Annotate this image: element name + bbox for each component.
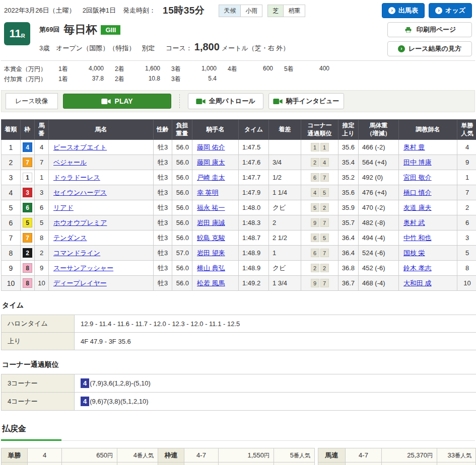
sex-age: 牡3 xyxy=(154,140,172,155)
horse-link[interactable]: セイウンハーデス xyxy=(53,189,107,196)
results-table: 着順 枠 馬 番 馬名 性齢 負担 重量 騎手名 タイム 着差 コーナー 通過順… xyxy=(1,119,476,291)
horse-link[interactable]: テンダンス xyxy=(53,234,87,242)
finish-position: 5 xyxy=(2,200,21,215)
corner-position: 5 xyxy=(320,188,329,197)
trainer-link[interactable]: 鈴木 孝志 xyxy=(403,264,432,272)
trainer-link[interactable]: 奥村 武 xyxy=(403,219,425,226)
guide-button-label: レース結果の見方 xyxy=(409,44,461,53)
payout-tables: 単勝 4 650円 4番人気 枠連 4-7 1,550円 5番人気 複勝 4 1… xyxy=(1,448,475,465)
jockey-link[interactable]: 松若 風馬 xyxy=(197,279,225,287)
top-bar: 2022年3月26日（土曜） 2回阪神1日 発走時刻： 15時35分 天候 小雨… xyxy=(1,0,475,19)
entries-button[interactable]: › 出馬表 xyxy=(382,3,425,18)
time-table: ハロンタイム 12.9 - 11.4 - 11.6 - 11.7 - 12.0 … xyxy=(1,315,476,350)
finish-time: 1:48.0 xyxy=(239,200,269,215)
jockey-cell: 鮫島 克駿 xyxy=(192,230,239,246)
agari-times: 4F 47.9 - 3F 35.6 xyxy=(75,333,476,350)
horse-link[interactable]: ピースオブエイト xyxy=(53,143,107,151)
jockey-cell: 岩田 康誠 xyxy=(192,215,239,230)
bet-type-label: 馬連 xyxy=(318,448,346,462)
jockey-interview-button[interactable]: 騎手インタビュー xyxy=(268,93,344,109)
last-3f: 36.8 xyxy=(338,261,359,276)
jockey-link[interactable]: 鮫島 克駿 xyxy=(197,234,225,242)
trainer-cell: 大和田 成 xyxy=(399,276,457,291)
trainer-link[interactable]: 宮田 敬介 xyxy=(403,174,432,181)
horse-link[interactable]: スーサンアッシャー xyxy=(53,264,113,272)
trainer-link[interactable]: 友道 康夫 xyxy=(403,204,432,211)
page: 2022年3月26日（土曜） 2回阪神1日 発走時刻： 15時35分 天候 小雨… xyxy=(0,0,476,465)
trainer-link[interactable]: 橋口 慎介 xyxy=(403,189,432,196)
body-weight: 482 (-8) xyxy=(359,215,399,230)
body-weight: 452 (-6) xyxy=(359,261,399,276)
jockey-link[interactable]: 横山 典弘 xyxy=(197,264,225,272)
corner4-label: 4コーナー xyxy=(2,393,75,411)
trainer-link[interactable]: 大和田 成 xyxy=(403,279,432,287)
jockey-cell: 岩田 望来 xyxy=(192,246,239,261)
corner-leader-badge: 4 xyxy=(81,397,89,406)
jockey-link[interactable]: 岩田 康誠 xyxy=(197,219,225,226)
going-value: 稍重 xyxy=(284,5,305,17)
jockey-cell: 横山 典弘 xyxy=(192,261,239,276)
frame-badge: 2 xyxy=(23,248,32,258)
frame-cell: 4 xyxy=(21,140,35,155)
race-title-line: 第69回 毎日杯 GIII xyxy=(39,22,289,37)
prize-rank: 4着 xyxy=(228,65,245,73)
trainer-link[interactable]: 中竹 和也 xyxy=(403,234,432,242)
jockey-link[interactable]: 戸崎 圭太 xyxy=(197,174,225,181)
results-guide-button[interactable]: › レース結果の見方 xyxy=(387,41,472,56)
main-prize-row: 本賞金（万円） 1着4,000 2着1,600 3着1,000 4着600 5着… xyxy=(4,65,472,73)
margin: 1/2 xyxy=(269,170,301,185)
sex-age: 牡3 xyxy=(154,261,172,276)
last-3f: 35.2 xyxy=(338,170,359,185)
trainer-link[interactable]: 奥村 豊 xyxy=(403,143,425,151)
odds-button[interactable]: › オッズ xyxy=(429,3,472,18)
horse-number: 4 xyxy=(35,140,49,155)
margin: 1 3/4 xyxy=(269,276,301,291)
jockey-link[interactable]: 藤岡 佑介 xyxy=(197,143,225,151)
jockey-link[interactable]: 岩田 望来 xyxy=(197,249,225,257)
horse-name-cell: スーサンアッシャー xyxy=(49,261,154,276)
body-weight: 470 (-2) xyxy=(359,200,399,215)
horse-link[interactable]: ディープレイヤー xyxy=(53,279,107,287)
finish-position: 7 xyxy=(2,230,21,246)
body-weight: 476 (+4) xyxy=(359,185,399,200)
trainer-link[interactable]: 田中 博康 xyxy=(403,159,432,166)
carried-weight: 56.0 xyxy=(172,170,192,185)
play-video-button[interactable]: PLAY xyxy=(63,94,171,109)
horse-name-cell: ホウオウプレミア xyxy=(49,215,154,230)
result-row: 566リアド牡356.0福永 祐一1:48.0クビ5235.9470 (-2)友… xyxy=(2,200,476,215)
patrol-video-button[interactable]: 全周パトロール xyxy=(188,93,263,109)
horse-link[interactable]: ベジャール xyxy=(53,159,87,166)
horse-link[interactable]: コマンドライン xyxy=(53,249,100,257)
prize-value: 1,600 xyxy=(132,65,160,73)
prize-rank: 5着 xyxy=(284,65,301,73)
horse-link[interactable]: リアド xyxy=(53,204,74,211)
print-page-button[interactable]: 印刷用ページ xyxy=(387,22,472,37)
payout-amount: 1,550円 xyxy=(219,448,274,462)
odds-button-label: オッズ xyxy=(445,6,465,15)
course-distance: 1,800 xyxy=(194,41,220,53)
frame-badge: 1 xyxy=(23,173,32,182)
margin: 2 xyxy=(269,215,301,230)
jockey-link[interactable]: 福永 祐一 xyxy=(197,204,225,211)
corner-order: 67 xyxy=(301,170,338,185)
horse-link[interactable]: ドゥラドーレス xyxy=(53,174,100,181)
result-row: 989スーサンアッシャー牡356.0横山 典弘1:48.9クビ2236.8452… xyxy=(2,261,476,276)
side-buttons: 印刷用ページ › レース結果の見方 xyxy=(387,22,472,56)
trainer-link[interactable]: 国枝 栄 xyxy=(403,249,425,257)
jockey-link[interactable]: 幸 英明 xyxy=(197,189,219,196)
jockey-link[interactable]: 藤岡 康太 xyxy=(197,159,225,166)
trainer-cell: 田中 博康 xyxy=(399,155,457,170)
sex-age: 牡3 xyxy=(154,170,172,185)
payout-popularity: 5番人気 xyxy=(274,448,315,462)
sex-age: 牡3 xyxy=(154,276,172,291)
horse-number: 10 xyxy=(35,276,49,291)
furlong-time-row: ハロンタイム 12.9 - 11.4 - 11.6 - 11.7 - 12.0 … xyxy=(2,315,476,333)
payout-amount: 36,430円 xyxy=(382,462,437,465)
col-popularity: 単勝 人気 xyxy=(457,120,476,140)
horse-link[interactable]: ホウオウプレミア xyxy=(53,219,107,226)
finish-position: 8 xyxy=(2,246,21,261)
sex-age: 牡3 xyxy=(154,246,172,261)
corner3-label: 3コーナー xyxy=(2,374,75,393)
arrow-circle-icon: › xyxy=(388,7,395,14)
start-time: 15時35分 xyxy=(163,4,205,17)
